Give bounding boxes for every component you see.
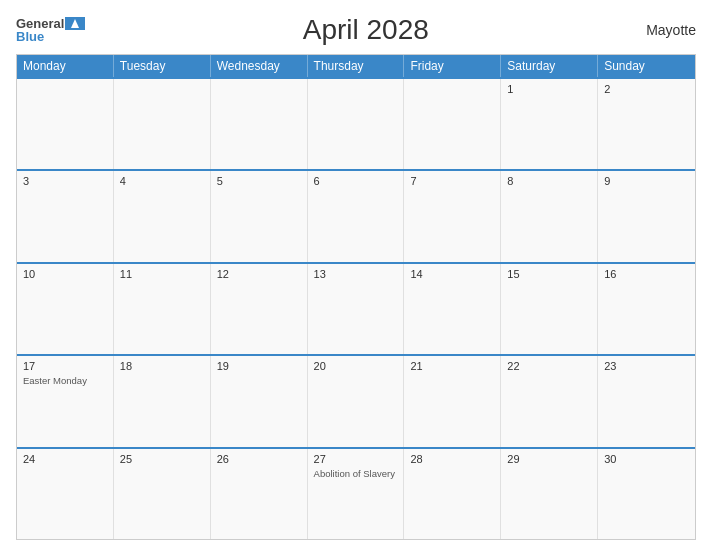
cell-w3-sat: 15	[501, 264, 598, 354]
day-28: 28	[410, 453, 494, 465]
cell-w3-mon: 10	[17, 264, 114, 354]
day-8: 8	[507, 175, 591, 187]
event-abolition: Abolition of Slavery	[314, 468, 398, 479]
cell-w2-mon: 3	[17, 171, 114, 261]
day-11: 11	[120, 268, 204, 280]
cell-w1-sun: 2	[598, 79, 695, 169]
header-friday: Friday	[404, 55, 501, 77]
header-thursday: Thursday	[308, 55, 405, 77]
region-label: Mayotte	[646, 22, 696, 38]
cell-w1-wed	[211, 79, 308, 169]
day-25: 25	[120, 453, 204, 465]
cell-w3-sun: 16	[598, 264, 695, 354]
week-row-3: 10 11 12 13 14 15 16	[17, 262, 695, 354]
day-18: 18	[120, 360, 204, 372]
day-26: 26	[217, 453, 301, 465]
header-wednesday: Wednesday	[211, 55, 308, 77]
day-20: 20	[314, 360, 398, 372]
cell-w2-sat: 8	[501, 171, 598, 261]
cell-w5-fri: 28	[404, 449, 501, 539]
cell-w2-thu: 6	[308, 171, 405, 261]
header: General Blue April 2028 Mayotte	[16, 14, 696, 46]
calendar-body: 1 2 3 4 5 6	[17, 77, 695, 539]
cell-w4-wed: 19	[211, 356, 308, 446]
day-13: 13	[314, 268, 398, 280]
cell-w5-thu: 27 Abolition of Slavery	[308, 449, 405, 539]
cell-w3-tue: 11	[114, 264, 211, 354]
cell-w3-thu: 13	[308, 264, 405, 354]
day-22: 22	[507, 360, 591, 372]
day-16: 16	[604, 268, 689, 280]
calendar-header: Monday Tuesday Wednesday Thursday Friday…	[17, 55, 695, 77]
cell-w5-wed: 26	[211, 449, 308, 539]
cell-w1-sat: 1	[501, 79, 598, 169]
cell-w4-fri: 21	[404, 356, 501, 446]
cell-w4-mon: 17 Easter Monday	[17, 356, 114, 446]
day-21: 21	[410, 360, 494, 372]
cell-w1-tue	[114, 79, 211, 169]
header-monday: Monday	[17, 55, 114, 77]
day-9: 9	[604, 175, 689, 187]
cell-w5-sat: 29	[501, 449, 598, 539]
header-tuesday: Tuesday	[114, 55, 211, 77]
cell-w2-tue: 4	[114, 171, 211, 261]
day-17: 17	[23, 360, 107, 372]
day-10: 10	[23, 268, 107, 280]
day-30: 30	[604, 453, 689, 465]
day-19: 19	[217, 360, 301, 372]
cell-w4-sat: 22	[501, 356, 598, 446]
cell-w4-thu: 20	[308, 356, 405, 446]
day-4: 4	[120, 175, 204, 187]
day-24: 24	[23, 453, 107, 465]
cell-w1-mon	[17, 79, 114, 169]
day-2: 2	[604, 83, 689, 95]
day-29: 29	[507, 453, 591, 465]
day-14: 14	[410, 268, 494, 280]
day-23: 23	[604, 360, 689, 372]
calendar: Monday Tuesday Wednesday Thursday Friday…	[16, 54, 696, 540]
logo-flag-icon	[65, 17, 85, 30]
cell-w4-tue: 18	[114, 356, 211, 446]
cell-w4-sun: 23	[598, 356, 695, 446]
cell-w5-mon: 24	[17, 449, 114, 539]
page: General Blue April 2028 Mayotte Monday T…	[0, 0, 712, 550]
cell-w5-sun: 30	[598, 449, 695, 539]
cell-w3-wed: 12	[211, 264, 308, 354]
day-5: 5	[217, 175, 301, 187]
week-row-5: 24 25 26 27 Abolition of Slavery 28 29	[17, 447, 695, 539]
calendar-title: April 2028	[303, 14, 429, 46]
event-easter-monday: Easter Monday	[23, 375, 107, 386]
cell-w2-fri: 7	[404, 171, 501, 261]
logo: General Blue	[16, 17, 85, 43]
cell-w2-wed: 5	[211, 171, 308, 261]
day-15: 15	[507, 268, 591, 280]
week-row-2: 3 4 5 6 7 8 9	[17, 169, 695, 261]
day-27: 27	[314, 453, 398, 465]
cell-w3-fri: 14	[404, 264, 501, 354]
cell-w5-tue: 25	[114, 449, 211, 539]
day-12: 12	[217, 268, 301, 280]
week-row-4: 17 Easter Monday 18 19 20 21 22	[17, 354, 695, 446]
week-row-1: 1 2	[17, 77, 695, 169]
cell-w2-sun: 9	[598, 171, 695, 261]
cell-w1-fri	[404, 79, 501, 169]
day-7: 7	[410, 175, 494, 187]
header-saturday: Saturday	[501, 55, 598, 77]
day-1: 1	[507, 83, 591, 95]
logo-blue-text: Blue	[16, 30, 85, 43]
cell-w1-thu	[308, 79, 405, 169]
header-sunday: Sunday	[598, 55, 695, 77]
day-6: 6	[314, 175, 398, 187]
day-3: 3	[23, 175, 107, 187]
